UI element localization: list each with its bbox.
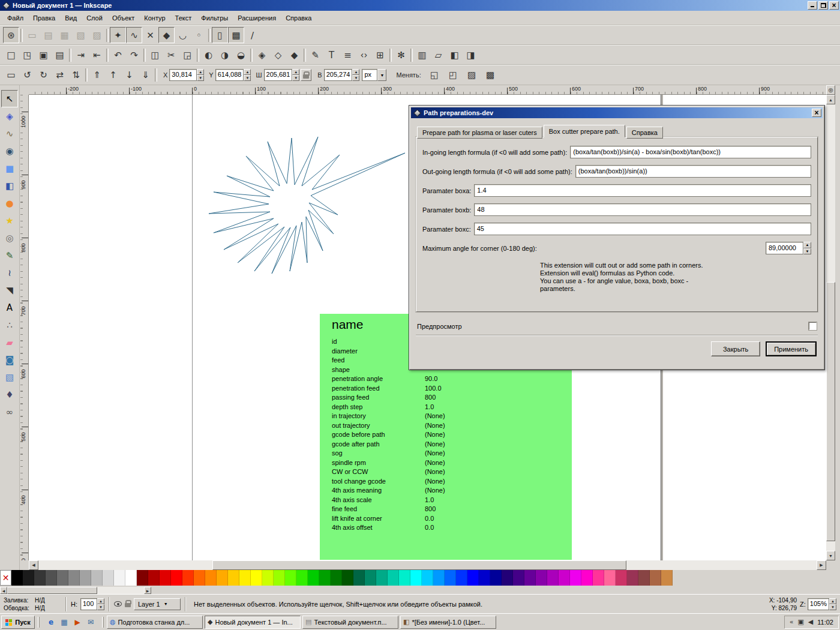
start-button[interactable]: Пуск: [1, 616, 35, 629]
horizontal-ruler[interactable]: -200-1000100200300400500600700800900: [29, 85, 826, 95]
color-swatch[interactable]: [399, 570, 410, 586]
snap-to-paths-icon[interactable]: ∿: [126, 27, 142, 43]
color-swatch[interactable]: [319, 570, 331, 586]
no-color-swatch[interactable]: ✕: [0, 570, 11, 586]
separator[interactable]: [196, 47, 200, 63]
y-step-down-icon[interactable]: ▼: [244, 75, 251, 81]
color-swatch[interactable]: [581, 570, 593, 586]
color-swatch[interactable]: [23, 570, 34, 586]
quick-launch-player-icon[interactable]: ▶: [71, 616, 83, 628]
menu-item[interactable]: Справка: [281, 12, 316, 24]
color-swatch[interactable]: [217, 570, 228, 586]
menu-item[interactable]: Контур: [139, 12, 170, 24]
vertical-scroll-thumb[interactable]: [826, 282, 835, 541]
preferences-icon[interactable]: ✻: [393, 47, 409, 63]
parameter-input[interactable]: 45: [474, 223, 811, 235]
quick-zoom-button[interactable]: ◎: [826, 85, 835, 95]
color-swatch[interactable]: [205, 570, 217, 586]
horizontal-scroll-thumb[interactable]: [212, 560, 626, 570]
clone-icon[interactable]: ◇: [270, 47, 286, 63]
bezier-pen-tool[interactable]: ≀: [1, 264, 18, 281]
tray-volume-icon[interactable]: ◀: [808, 618, 813, 626]
scale-stroke-icon[interactable]: ◱: [427, 67, 443, 83]
x-step-down-icon[interactable]: ▼: [197, 75, 204, 81]
color-swatch[interactable]: [182, 570, 194, 586]
snap-to-smooth-nodes-icon[interactable]: ◡: [175, 27, 191, 43]
parameter-input[interactable]: 48: [474, 203, 811, 216]
spray-tool[interactable]: ∴: [1, 316, 18, 334]
horizontal-scrollbar[interactable]: ◀ ▶: [29, 560, 826, 570]
ellipse-tool[interactable]: ●: [1, 194, 18, 212]
snap-bbox-corners-icon[interactable]: ▦: [56, 27, 73, 43]
layer-selector[interactable]: Layer 1 ▼: [134, 598, 181, 610]
spiral-tool[interactable]: ◎: [1, 229, 18, 247]
menu-item[interactable]: Файл: [2, 12, 28, 24]
layers-dialog-icon[interactable]: ≡: [340, 47, 356, 63]
tray-expand-icon[interactable]: «: [790, 618, 794, 626]
separator[interactable]: [105, 47, 110, 63]
snap-nodes-icon[interactable]: ✦: [110, 27, 126, 43]
fill-stroke-indicator[interactable]: Заливка:Н/Д Обводка:Н/Д: [4, 596, 61, 612]
tweak-tool[interactable]: ∿: [1, 125, 18, 142]
color-swatch[interactable]: [251, 570, 262, 586]
color-swatch[interactable]: [125, 570, 137, 586]
angle-step-down-icon[interactable]: ▼: [803, 248, 811, 255]
snap-line-midpoints-icon[interactable]: ◦: [191, 27, 207, 43]
restore-button[interactable]: [818, 1, 828, 10]
color-swatch[interactable]: [91, 570, 103, 586]
width-step-up-icon[interactable]: ▲: [292, 69, 299, 75]
height-step-down-icon[interactable]: ▼: [352, 75, 359, 81]
separator[interactable]: [154, 67, 158, 83]
color-swatch[interactable]: [376, 570, 388, 586]
separator[interactable]: [249, 47, 254, 63]
tray-network-icon[interactable]: ▣: [797, 618, 803, 626]
color-swatch[interactable]: [467, 570, 479, 586]
color-swatch[interactable]: [46, 570, 57, 586]
selection-dialog-icon[interactable]: ▭: [3, 67, 19, 83]
snap-page-border-icon[interactable]: ▯: [212, 27, 228, 43]
text-tool[interactable]: A: [1, 299, 18, 316]
taskbar-task-button[interactable]: ◧ *[Без имени]-1.0 (Цвет...: [400, 616, 496, 629]
menu-item[interactable]: Текст: [170, 12, 197, 24]
color-swatch[interactable]: [57, 570, 68, 586]
selector-tool[interactable]: ↖: [1, 90, 18, 107]
transform-patterns-icon[interactable]: ▩: [482, 67, 499, 83]
fill-stroke-dialog-icon[interactable]: ✎: [307, 47, 323, 63]
close-button[interactable]: ×: [829, 1, 839, 10]
quick-launch-mail-icon[interactable]: ✉: [85, 616, 97, 628]
units-dropdown[interactable]: px ▼: [362, 69, 386, 81]
color-swatch[interactable]: [274, 570, 285, 586]
color-swatch[interactable]: [388, 570, 399, 586]
palette-scroll-left-icon[interactable]: ◀: [0, 587, 7, 594]
box3d-tool[interactable]: ◧: [1, 177, 18, 194]
dialog-close-button[interactable]: ×: [812, 109, 821, 117]
color-swatch[interactable]: [559, 570, 570, 586]
undo-icon[interactable]: ↶: [110, 47, 126, 63]
snap-bbox-edge-midpoints-icon[interactable]: ▧: [73, 27, 89, 43]
copy-icon[interactable]: ◫: [147, 47, 163, 63]
symbols-icon[interactable]: ▱: [430, 47, 446, 63]
color-swatch[interactable]: [342, 570, 353, 586]
color-swatch[interactable]: [11, 570, 23, 586]
zoom-selection-icon[interactable]: ◐: [200, 47, 217, 63]
color-swatch[interactable]: [160, 570, 171, 586]
paste-icon[interactable]: ◲: [179, 47, 196, 63]
color-swatch[interactable]: [114, 570, 125, 586]
color-swatch[interactable]: [536, 570, 547, 586]
scroll-right-icon[interactable]: ▶: [817, 560, 826, 570]
menu-item[interactable]: Объект: [107, 12, 139, 24]
taskbar-task-button[interactable]: ◍ Подготовка станка дл...: [107, 616, 203, 629]
zoom-drawing-icon[interactable]: ◑: [217, 47, 233, 63]
color-swatch[interactable]: [171, 570, 182, 586]
close-dialog-button[interactable]: Закрыть: [711, 341, 760, 356]
flip-vertical-icon[interactable]: ⇅: [68, 67, 84, 83]
palette-scroll-right-icon[interactable]: ▶: [144, 587, 151, 594]
layer-lock-icon[interactable]: [125, 603, 131, 607]
color-swatch[interactable]: [239, 570, 251, 586]
x-step-up-icon[interactable]: ▲: [197, 69, 204, 75]
zoom-page-icon[interactable]: ◒: [233, 47, 249, 63]
opacity-step-up-icon[interactable]: ▲: [97, 598, 104, 604]
menu-item[interactable]: Вид: [60, 12, 82, 24]
scroll-down-icon[interactable]: ▼: [826, 551, 835, 560]
height-step-up-icon[interactable]: ▲: [352, 69, 359, 75]
